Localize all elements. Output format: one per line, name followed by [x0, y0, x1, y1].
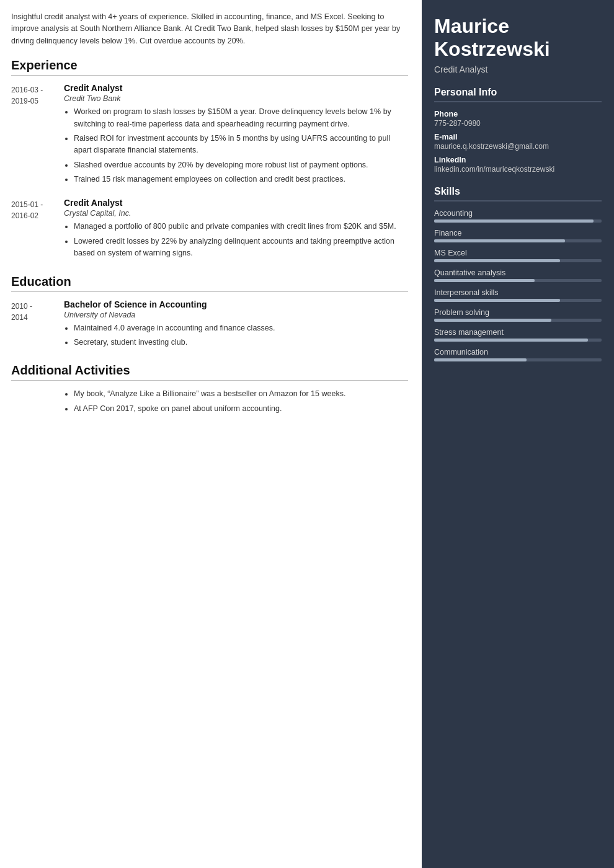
skill-bar-background — [434, 358, 602, 361]
skill-name: Communication — [434, 348, 602, 356]
edu-degree-title: Bachelor of Science in Accounting — [64, 299, 408, 309]
skill-bar-background — [434, 239, 602, 242]
list-item: My book, “Analyze Like a Billionaire” wa… — [74, 388, 408, 400]
experience-title: Experience — [11, 58, 408, 76]
exp-company: Crystal Capital, Inc. — [64, 209, 408, 218]
skill-item: MS Excel — [434, 249, 602, 262]
skill-item: Stress management — [434, 328, 602, 342]
list-item: Slashed overdue accounts by 20% by devel… — [74, 159, 408, 171]
list-item: Raised ROI for investment accounts by 15… — [74, 133, 408, 157]
education-item: 2010 - 2014Bachelor of Science in Accoun… — [11, 299, 408, 352]
skill-name: Accounting — [434, 209, 602, 218]
skill-name: Finance — [434, 229, 602, 237]
exp-dates: 2015-01 - 2016-02 — [11, 198, 64, 262]
skills-list: AccountingFinanceMS ExcelQuantitative an… — [434, 209, 602, 361]
skill-bar-fill — [434, 219, 594, 223]
skill-bar-fill — [434, 299, 560, 302]
list-item: Managed a portfolio of 800 public and pr… — [74, 221, 408, 232]
activities-section: Additional Activities My book, “Analyze … — [11, 363, 408, 417]
edu-dates: 2010 - 2014 — [11, 299, 64, 352]
activities-content: My book, “Analyze Like a Billionaire” wa… — [64, 388, 408, 417]
skill-bar-fill — [434, 259, 560, 262]
skill-name: Quantitative analysis — [434, 268, 602, 277]
linkedin-label: LinkedIn — [434, 156, 602, 164]
education-list: 2010 - 2014Bachelor of Science in Accoun… — [11, 299, 408, 352]
skill-item: Communication — [434, 348, 602, 361]
skill-bar-fill — [434, 279, 535, 282]
phone-label: Phone — [434, 110, 602, 118]
exp-bullets: Worked on program to slash losses by $15… — [64, 106, 408, 185]
experience-section: Experience 2016-03 - 2019-05Credit Analy… — [11, 58, 408, 262]
list-item: At AFP Con 2017, spoke on panel about un… — [74, 403, 408, 415]
linkedin-value: linkedin.com/in/mauriceqkostrzewski — [434, 165, 602, 174]
skill-bar-background — [434, 319, 602, 322]
edu-content: Bachelor of Science in AccountingUnivers… — [64, 299, 408, 352]
exp-company: Credit Two Bank — [64, 94, 408, 103]
activities-dates — [11, 388, 64, 417]
exp-content: Credit AnalystCredit Two BankWorked on p… — [64, 83, 408, 188]
skill-bar-background — [434, 259, 602, 262]
candidate-name: Maurice Kostrzewski — [434, 15, 602, 61]
skill-name: Problem solving — [434, 308, 602, 317]
list-item: Lowered credit losses by 22% by analyzin… — [74, 236, 408, 260]
activities-block: My book, “Analyze Like a Billionaire” wa… — [11, 388, 408, 417]
list-item: Trained 15 risk management employees on … — [74, 174, 408, 185]
skills-title: Skills — [434, 186, 602, 202]
list-item: Maintained 4.0 average in accounting and… — [74, 322, 408, 334]
skill-item: Interpersonal skills — [434, 288, 602, 302]
skill-item: Quantitative analysis — [434, 268, 602, 282]
skill-bar-background — [434, 339, 602, 342]
activities-bullets: My book, “Analyze Like a Billionaire” wa… — [64, 388, 408, 415]
education-section: Education 2010 - 2014Bachelor of Science… — [11, 275, 408, 352]
edu-institution: University of Nevada — [64, 311, 408, 319]
skill-bar-background — [434, 279, 602, 282]
email-label: E-mail — [434, 133, 602, 141]
skill-name: MS Excel — [434, 249, 602, 257]
list-item: Worked on program to slash losses by $15… — [74, 106, 408, 130]
exp-dates: 2016-03 - 2019-05 — [11, 83, 64, 188]
skill-bar-background — [434, 299, 602, 302]
exp-job-title: Credit Analyst — [64, 83, 408, 93]
skill-item: Problem solving — [434, 308, 602, 322]
experience-item: 2016-03 - 2019-05Credit AnalystCredit Tw… — [11, 83, 408, 188]
left-panel: Insightful credit analyst with 4+ years … — [0, 0, 422, 868]
edu-bullets: Maintained 4.0 average in accounting and… — [64, 322, 408, 349]
skills-section: Skills AccountingFinanceMS ExcelQuantita… — [434, 186, 602, 361]
candidate-role: Credit Analyst — [434, 64, 602, 74]
experience-list: 2016-03 - 2019-05Credit AnalystCredit Tw… — [11, 83, 408, 262]
exp-bullets: Managed a portfolio of 800 public and pr… — [64, 221, 408, 259]
exp-job-title: Credit Analyst — [64, 198, 408, 208]
skill-bar-background — [434, 219, 602, 223]
personal-info-title: Personal Info — [434, 87, 602, 102]
email-value: maurice.q.kostrzewski@gmail.com — [434, 142, 602, 151]
exp-content: Credit AnalystCrystal Capital, Inc.Manag… — [64, 198, 408, 262]
experience-item: 2015-01 - 2016-02Credit AnalystCrystal C… — [11, 198, 408, 262]
skill-bar-fill — [434, 319, 551, 322]
skill-item: Finance — [434, 229, 602, 242]
right-panel: Maurice Kostrzewski Credit Analyst Perso… — [422, 0, 614, 868]
phone-value: 775-287-0980 — [434, 119, 602, 128]
skill-item: Accounting — [434, 209, 602, 223]
personal-info-section: Personal Info Phone 775-287-0980 E-mail … — [434, 87, 602, 174]
skill-bar-fill — [434, 239, 565, 242]
summary-text: Insightful credit analyst with 4+ years … — [11, 11, 408, 47]
skill-bar-fill — [434, 339, 588, 342]
skill-name: Interpersonal skills — [434, 288, 602, 297]
skill-name: Stress management — [434, 328, 602, 337]
activities-title: Additional Activities — [11, 363, 408, 381]
skill-bar-fill — [434, 358, 527, 361]
list-item: Secretary, student investing club. — [74, 337, 408, 348]
education-title: Education — [11, 275, 408, 292]
